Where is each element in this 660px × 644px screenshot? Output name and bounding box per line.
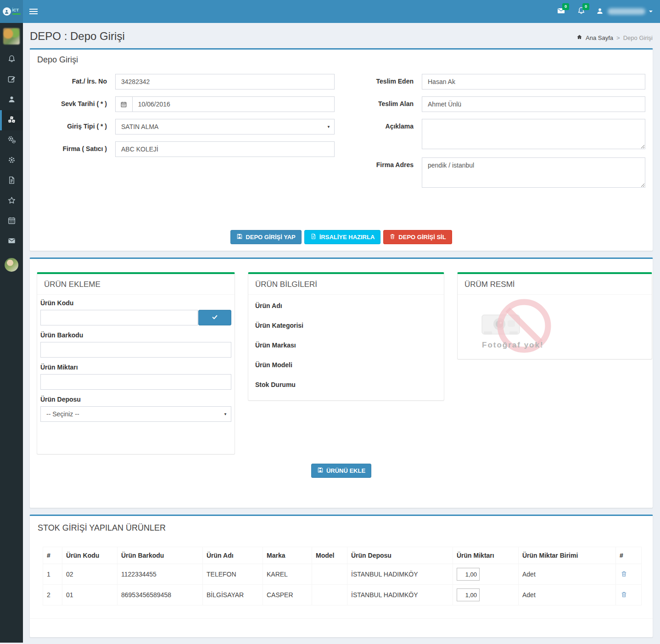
- user-account-menu[interactable]: [591, 0, 660, 23]
- notifications-menu[interactable]: 0: [571, 0, 591, 23]
- messages-badge: 0: [562, 3, 569, 10]
- urun-kodu-input[interactable]: [40, 310, 198, 325]
- urun-kategorisi-label: Ürün Kategorisi: [255, 322, 437, 329]
- urun-kodu-label: Ürün Kodu: [40, 299, 231, 307]
- sidebar-item-documents[interactable]: [0, 171, 23, 191]
- cell-depo: İSTANBUL HADIMKÖY: [347, 564, 453, 585]
- sidebar-item-modules[interactable]: [0, 130, 23, 151]
- cubes-icon: [7, 115, 16, 125]
- gear-icon: [7, 156, 16, 166]
- teslim-eden-label: Teslim Eden: [362, 74, 422, 90]
- sidebar-item-messages[interactable]: [0, 231, 23, 252]
- sevk-tarihi-input[interactable]: [132, 96, 335, 112]
- sidebar-item-notifications[interactable]: [0, 50, 23, 70]
- user-name-masked: [608, 8, 645, 15]
- col-urun-miktar-birimi: Ürün Miktar Birimi: [519, 547, 616, 564]
- sidebar-avatar-top-image[interactable]: [0, 23, 23, 50]
- urun-miktari-input[interactable]: [40, 374, 231, 390]
- datepicker-calendar-icon[interactable]: [115, 96, 132, 112]
- urunu-ekle-button[interactable]: ÜRÜNÜ EKLE: [311, 464, 371, 478]
- cell-ad: TELEFON: [203, 564, 263, 585]
- breadcrumb-separator: >: [616, 34, 620, 41]
- col-urun-kodu: Ürün Kodu: [62, 547, 117, 564]
- firma-adres-textarea[interactable]: pendik / istanbul: [422, 157, 645, 188]
- messages-menu[interactable]: 0: [551, 0, 571, 23]
- col-urun-miktari: Ürün Miktarı: [453, 547, 519, 564]
- box-footer: [30, 618, 653, 637]
- pencil-square-icon: [7, 75, 16, 85]
- page-title: DEPO : Depo Girişi: [30, 30, 125, 43]
- row-delete-button[interactable]: [620, 590, 628, 600]
- sidebar-item-settings[interactable]: [0, 151, 23, 171]
- cell-kod: 01: [62, 585, 117, 605]
- col-urun-barkodu: Ürün Barkodu: [117, 547, 203, 564]
- urun-bilgileri-title: ÜRÜN BİLGİLERİ: [255, 280, 437, 289]
- breadcrumb-current: Depo Girişi: [623, 34, 653, 41]
- logo-person-icon: [3, 7, 11, 16]
- aciklama-label: Açıklama: [362, 119, 422, 151]
- firma-satici-input[interactable]: [115, 141, 335, 157]
- sevk-tarihi-label: Sevk Tarihi ( * ): [37, 96, 115, 112]
- breadcrumb-home-link[interactable]: Ana Sayfa: [586, 34, 613, 41]
- aciklama-textarea[interactable]: [422, 119, 645, 149]
- depo-girisi-yap-button[interactable]: DEPO GİRİŞİ YAP: [230, 230, 301, 244]
- cell-birim: Adet: [519, 564, 616, 585]
- giris-tipi-label: Giriş Tipi ( * ): [37, 119, 115, 134]
- stok-durumu-label: Stok Durumu: [255, 381, 437, 388]
- sidebar: İCT: [0, 0, 23, 643]
- cell-marka: KAREL: [263, 564, 312, 585]
- trash-icon: [389, 233, 396, 241]
- urun-barkodu-input[interactable]: [40, 342, 231, 358]
- depo-girisi-sil-button[interactable]: DEPO GİRİŞİ SİL: [383, 230, 452, 244]
- user-icon: [596, 7, 604, 17]
- teslim-eden-input[interactable]: [422, 74, 645, 90]
- col-model: Model: [312, 547, 347, 564]
- trash-icon: [621, 593, 627, 599]
- gears-icon: [7, 135, 16, 146]
- row-delete-button[interactable]: [620, 569, 628, 580]
- cell-ad: BİLGİSAYAR: [203, 585, 263, 605]
- sidebar-item-edit[interactable]: [0, 70, 23, 90]
- breadcrumb: Ana Sayfa > Depo Girişi: [576, 34, 653, 43]
- urun-deposu-select[interactable]: -- Seçiniz --: [40, 406, 231, 422]
- logo-text: İCT: [12, 8, 21, 15]
- check-icon: [212, 314, 218, 322]
- sidebar-item-favorites[interactable]: [0, 191, 23, 211]
- cell-kod: 02: [62, 564, 117, 585]
- cell-actions: [616, 564, 642, 585]
- miktar-input[interactable]: [457, 588, 480, 601]
- save-icon: [317, 467, 324, 475]
- no-photo-text: Fotoğraf yok!: [482, 341, 544, 350]
- file-icon: [310, 233, 317, 241]
- teslim-alan-input[interactable]: [422, 96, 645, 112]
- sidebar-user-avatar[interactable]: [0, 252, 23, 278]
- urun-kodu-search-button[interactable]: [198, 310, 231, 325]
- sidebar-item-users[interactable]: [0, 90, 23, 110]
- envelope-icon: [7, 236, 16, 246]
- stock-table-title: STOK GİRİŞİ YAPILAN ÜRÜNLER: [37, 523, 640, 533]
- giris-tipi-select[interactable]: SATIN ALMA: [115, 119, 335, 134]
- sidebar-toggle-button[interactable]: [23, 0, 44, 23]
- col-marka: Marka: [263, 547, 312, 564]
- urun-ekleme-title: ÜRÜN EKLEME: [44, 280, 228, 289]
- urun-miktari-label: Ürün Miktarı: [40, 364, 231, 371]
- table-header-row: # Ürün Kodu Ürün Barkodu Ürün Adı Marka …: [43, 547, 642, 564]
- irsaliye-hazirla-button[interactable]: İRSALİYE HAZIRLA: [304, 230, 381, 244]
- col-actions: #: [616, 547, 642, 564]
- sidebar-item-warehouse-active[interactable]: [0, 110, 23, 130]
- cell-barkod: 1122334455: [117, 564, 203, 585]
- trash-icon: [621, 572, 627, 579]
- app-window: İCT: [0, 0, 660, 644]
- miktar-input[interactable]: [457, 568, 480, 581]
- urun-resmi-panel: ÜRÜM RESMİ Fotoğraf yok!: [457, 272, 652, 359]
- sidebar-item-calendar[interactable]: [0, 211, 23, 231]
- cell-miktar: [453, 585, 519, 605]
- cell-depo: İSTANBUL HADIMKÖY: [347, 585, 453, 605]
- fat-irs-no-input[interactable]: [115, 74, 335, 90]
- app-logo[interactable]: İCT: [0, 0, 23, 23]
- depo-girisi-box: Depo Girişi Fat./ İrs. No Sevk Tarihi ( …: [29, 48, 653, 251]
- cell-no: 1: [43, 564, 62, 585]
- urun-deposu-label: Ürün Deposu: [40, 396, 231, 403]
- urun-barkodu-label: Ürün Barkodu: [40, 331, 231, 339]
- star-icon: [7, 196, 16, 206]
